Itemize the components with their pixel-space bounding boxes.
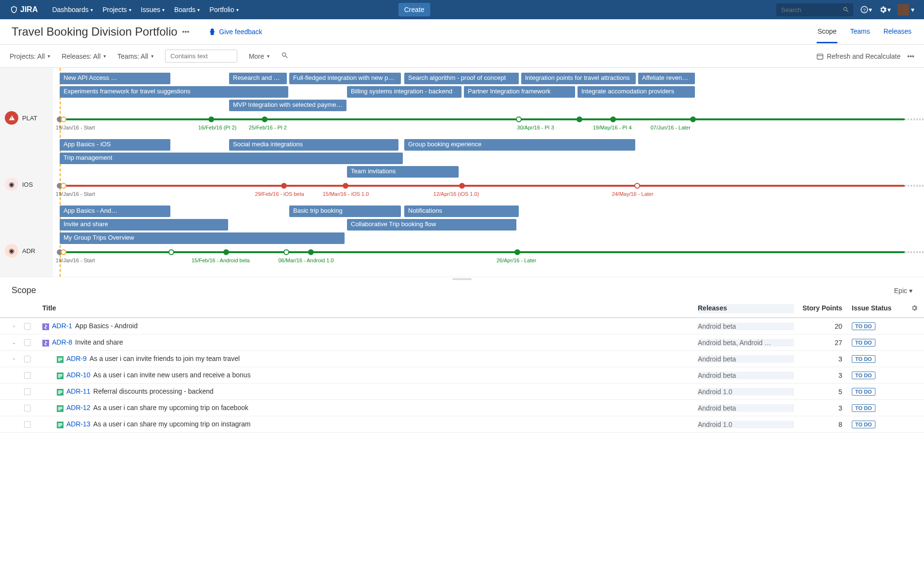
timeline-body[interactable]: New API Access …Research and ev…Full-fle… bbox=[53, 68, 924, 277]
epic-bar[interactable]: App Basics - iOS bbox=[60, 139, 170, 151]
feedback-link[interactable]: Give feedback bbox=[208, 28, 262, 36]
epic-bar[interactable]: Search algorithm - proof of concept bbox=[404, 73, 519, 84]
page-more-icon[interactable]: ••• bbox=[182, 28, 190, 36]
table-row[interactable]: ADR-12As a user i can share my upcoming … bbox=[0, 400, 924, 416]
filter-teams[interactable]: Teams: All▾ bbox=[117, 52, 154, 60]
jira-logo[interactable]: JIRA bbox=[10, 5, 38, 14]
epic-bar[interactable]: App Basics - And… bbox=[60, 206, 170, 217]
filter-more-icon[interactable]: ••• bbox=[907, 52, 914, 60]
status-badge[interactable]: TO DO bbox=[852, 322, 875, 330]
epic-bar[interactable]: Basic trip booking bbox=[289, 206, 401, 217]
issue-key[interactable]: ADR-9 bbox=[66, 355, 87, 362]
status-badge[interactable]: TO DO bbox=[852, 372, 875, 379]
row-checkbox[interactable] bbox=[24, 421, 31, 428]
filter-releases[interactable]: Releases: All▾ bbox=[62, 52, 106, 60]
help-icon[interactable]: ? ▾ bbox=[860, 5, 872, 14]
epic-bar[interactable]: Collaborative Trip booking flow bbox=[347, 219, 516, 231]
issue-key[interactable]: ADR-12 bbox=[66, 404, 90, 411]
filter-projects[interactable]: Projects: All▾ bbox=[10, 52, 50, 60]
timeline-marker[interactable] bbox=[577, 116, 582, 122]
table-row[interactable]: ⌄ADR-8Invite and shareAndroid beta, Andr… bbox=[0, 334, 924, 351]
tab-teams[interactable]: Teams bbox=[849, 27, 871, 43]
epic-bar[interactable]: Social media integrations bbox=[229, 139, 398, 151]
tab-scope[interactable]: Scope bbox=[817, 27, 838, 43]
epic-bar[interactable]: Affeliate revenue … bbox=[638, 73, 695, 84]
timeline-marker[interactable] bbox=[283, 249, 289, 255]
user-avatar[interactable]: ▾ bbox=[898, 4, 914, 15]
row-checkbox[interactable] bbox=[24, 356, 31, 362]
table-row[interactable]: ›ADR-9As a user i can invite friends to … bbox=[0, 351, 924, 367]
col-title[interactable]: Title bbox=[38, 304, 698, 313]
scope-view-selector[interactable]: Epic▾ bbox=[894, 287, 912, 295]
timeline-marker[interactable] bbox=[343, 183, 348, 189]
timeline-marker[interactable] bbox=[516, 116, 522, 122]
timeline-marker[interactable] bbox=[514, 249, 520, 255]
issue-key[interactable]: ADR-8 bbox=[52, 338, 72, 346]
timeline-marker[interactable] bbox=[459, 183, 465, 189]
search-input[interactable] bbox=[776, 3, 853, 16]
epic-bar[interactable]: Integrate accomodation providers bbox=[578, 86, 695, 98]
timeline-marker[interactable] bbox=[61, 249, 66, 255]
nav-item-boards[interactable]: Boards▾ bbox=[169, 0, 205, 19]
epic-bar[interactable]: Invite and share bbox=[60, 219, 228, 231]
filter-more[interactable]: More▾ bbox=[249, 52, 270, 60]
timeline-marker[interactable] bbox=[208, 116, 214, 122]
epic-bar[interactable]: MVP Integration with selected payment… bbox=[229, 100, 346, 111]
col-points[interactable]: Story Points bbox=[794, 304, 852, 313]
timeline-marker[interactable] bbox=[610, 116, 616, 122]
timeline-marker[interactable] bbox=[61, 183, 66, 189]
filter-search-input[interactable] bbox=[165, 50, 237, 63]
status-badge[interactable]: TO DO bbox=[852, 421, 875, 428]
timeline-marker[interactable] bbox=[634, 183, 640, 189]
expand-icon[interactable]: ⌄ bbox=[4, 340, 24, 345]
status-badge[interactable]: TO DO bbox=[852, 388, 875, 396]
epic-bar[interactable]: Group booking experience bbox=[404, 139, 635, 151]
status-badge[interactable]: TO DO bbox=[852, 355, 875, 363]
row-checkbox[interactable] bbox=[24, 323, 31, 330]
recalculate-button[interactable]: Refresh and Recalculate bbox=[816, 52, 900, 60]
timeline-marker[interactable] bbox=[262, 116, 268, 122]
epic-bar[interactable]: Full-fledged integration with new paym… bbox=[289, 73, 401, 84]
timeline-marker[interactable] bbox=[281, 183, 287, 189]
expand-icon[interactable]: › bbox=[4, 356, 24, 361]
nav-item-portfolio[interactable]: Portfolio▾ bbox=[205, 0, 243, 19]
timeline-marker[interactable] bbox=[690, 116, 696, 122]
epic-bar[interactable]: My Group Trips Overview bbox=[60, 232, 345, 244]
table-row[interactable]: ADR-10As a user i can invite new users a… bbox=[0, 367, 924, 384]
epic-bar[interactable]: Team invitations bbox=[347, 166, 459, 178]
issue-key[interactable]: ADR-13 bbox=[66, 420, 90, 428]
timeline-marker[interactable] bbox=[223, 249, 229, 255]
epic-bar[interactable]: Integration points for travel attraction… bbox=[521, 73, 636, 84]
epic-bar[interactable]: Notifications bbox=[404, 206, 519, 217]
status-badge[interactable]: TO DO bbox=[852, 339, 875, 347]
tab-releases[interactable]: Releases bbox=[883, 27, 912, 43]
epic-bar[interactable]: New API Access … bbox=[60, 73, 170, 84]
timeline-marker[interactable] bbox=[308, 249, 314, 255]
col-status[interactable]: Issue Status bbox=[852, 304, 905, 313]
epic-bar[interactable]: Experiments framework for travel suggest… bbox=[60, 86, 288, 98]
nav-item-dashboards[interactable]: Dashboards▾ bbox=[47, 0, 98, 19]
issue-key[interactable]: ADR-1 bbox=[52, 322, 72, 330]
col-releases[interactable]: Releases bbox=[698, 304, 794, 313]
issue-key[interactable]: ADR-10 bbox=[66, 371, 90, 379]
epic-bar[interactable]: Partner Integration framework bbox=[464, 86, 575, 98]
timeline-marker[interactable] bbox=[61, 116, 66, 122]
status-badge[interactable]: TO DO bbox=[852, 404, 875, 412]
create-button[interactable]: Create bbox=[398, 3, 430, 16]
expand-icon[interactable]: › bbox=[4, 323, 24, 329]
row-checkbox[interactable] bbox=[24, 339, 31, 346]
pane-divider[interactable] bbox=[0, 277, 924, 281]
table-row[interactable]: ›ADR-1App Basics - AndroidAndroid beta20… bbox=[0, 318, 924, 334]
timeline-marker[interactable] bbox=[168, 249, 174, 255]
table-row[interactable]: ADR-13As a user i can share my upcoming … bbox=[0, 416, 924, 433]
table-row[interactable]: ADR-11Referral discounts processing - ba… bbox=[0, 384, 924, 400]
filter-search-icon[interactable] bbox=[281, 51, 289, 61]
nav-item-projects[interactable]: Projects▾ bbox=[98, 0, 136, 19]
epic-bar[interactable]: Research and ev… bbox=[229, 73, 287, 84]
epic-bar[interactable]: Billing systems integration - backend bbox=[347, 86, 462, 98]
gear-icon[interactable] bbox=[911, 306, 918, 313]
epic-bar[interactable]: Trip management bbox=[60, 153, 403, 164]
settings-icon[interactable]: ▾ bbox=[879, 5, 891, 14]
issue-key[interactable]: ADR-11 bbox=[66, 387, 90, 395]
row-checkbox[interactable] bbox=[24, 372, 31, 379]
